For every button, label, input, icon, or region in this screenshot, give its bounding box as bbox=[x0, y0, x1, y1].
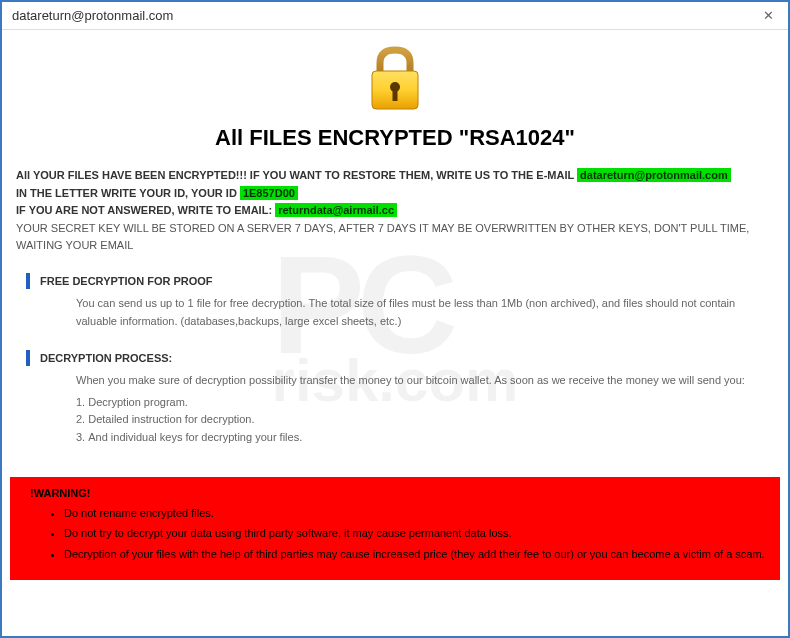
titlebar: datareturn@protonmail.com ✕ bbox=[2, 2, 788, 30]
close-icon[interactable]: ✕ bbox=[759, 8, 778, 23]
main-heading: All FILES ENCRYPTED "RSA1024" bbox=[16, 125, 774, 151]
process-intro: When you make sure of decryption possibi… bbox=[76, 372, 754, 390]
intro-line4: YOUR SECRET KEY WILL BE STORED ON A SERV… bbox=[16, 222, 749, 252]
secondary-email: returndata@airmail.cc bbox=[275, 203, 397, 217]
lock-icon bbox=[16, 45, 774, 117]
decryption-process-title: DECRYPTION PROCESS: bbox=[26, 350, 774, 366]
primary-email: datareturn@protonmail.com bbox=[577, 168, 731, 182]
intro-line3: IF YOU ARE NOT ANSWERED, WRITE TO EMAIL: bbox=[16, 204, 275, 216]
warning-title: !WARNING! bbox=[30, 487, 766, 499]
decryption-process-section: DECRYPTION PROCESS: When you make sure o… bbox=[16, 350, 774, 446]
intro-line1: All YOUR FILES HAVE BEEN ENCRYPTED!!! IF… bbox=[16, 169, 577, 181]
list-item: Decryption of your files with the help o… bbox=[64, 546, 766, 563]
list-item: Detailed instruction for decryption. bbox=[76, 411, 754, 429]
warning-box: !WARNING! Do not rename encrypted files.… bbox=[10, 477, 780, 581]
list-item: Do not try to decrypt your data using th… bbox=[64, 525, 766, 542]
process-list: Decryption program. Detailed instruction… bbox=[76, 394, 754, 447]
user-id: 1E857D00 bbox=[240, 186, 298, 200]
list-item: Do not rename encrypted files. bbox=[64, 505, 766, 522]
free-decryption-section: FREE DECRYPTION FOR PROOF You can send u… bbox=[16, 273, 774, 330]
warning-list: Do not rename encrypted files. Do not tr… bbox=[24, 505, 766, 563]
intro-line2: IN THE LETTER WRITE YOUR ID, YOUR ID bbox=[16, 187, 240, 199]
content-area: All FILES ENCRYPTED "RSA1024" All YOUR F… bbox=[2, 30, 788, 477]
intro-text: All YOUR FILES HAVE BEEN ENCRYPTED!!! IF… bbox=[16, 167, 774, 255]
decryption-process-body: When you make sure of decryption possibi… bbox=[26, 372, 774, 446]
window-title: datareturn@protonmail.com bbox=[12, 8, 173, 23]
svg-rect-2 bbox=[393, 89, 398, 101]
list-item: And individual keys for decrypting your … bbox=[76, 429, 754, 447]
free-decryption-body: You can send us up to 1 file for free de… bbox=[26, 295, 774, 330]
list-item: Decryption program. bbox=[76, 394, 754, 412]
free-decryption-title: FREE DECRYPTION FOR PROOF bbox=[26, 273, 774, 289]
window-frame: PCrisk.com datareturn@protonmail.com ✕ bbox=[0, 0, 790, 638]
